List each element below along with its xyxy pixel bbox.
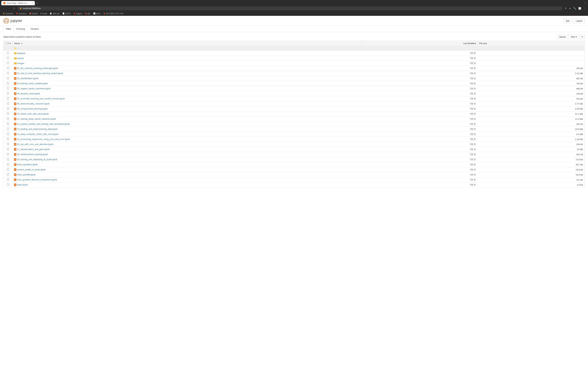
new-button[interactable]: New ▾ [569, 35, 579, 39]
notebook-link[interactable]: 15_processing_sequences_using_rnns_and_c… [17, 138, 70, 140]
tab-files[interactable]: Files [3, 26, 14, 32]
row-checkbox[interactable] [7, 138, 9, 140]
row-checkbox[interactable] [7, 108, 9, 110]
row-checkbox[interactable] [7, 67, 9, 69]
back-button[interactable]: ← [2, 7, 6, 10]
tab-overflow[interactable]: ∨ [584, 1, 587, 5]
tab-bar: Home Page - Select or create × + ∨ [0, 0, 588, 5]
extensions-icon[interactable]: 🔧 [573, 7, 577, 10]
row-checkbox[interactable] [7, 77, 9, 79]
name-column-header[interactable]: Name ▼ [12, 41, 361, 46]
tab-close-button[interactable]: × [32, 2, 33, 4]
tab-running[interactable]: Running [14, 26, 28, 32]
reload-button[interactable]: ↺ [12, 7, 16, 10]
notebook-link[interactable]: 06_decision_trees.ipynb [17, 92, 40, 95]
row-checkbox[interactable] [7, 82, 9, 84]
notebook-link[interactable]: 18_reinforcement_learning.ipynb [17, 153, 48, 156]
bookmark-zerohertz-2[interactable]: 🔖 Zerohertz [15, 12, 27, 15]
row-checkbox-cell [3, 71, 13, 76]
row-checkbox[interactable] [7, 153, 9, 155]
row-checkbox[interactable] [7, 52, 9, 54]
jupyter-logo: jupyter [3, 18, 22, 24]
notebook-link[interactable]: 04_training_linear_models.ipynb [17, 82, 47, 85]
row-checkbox[interactable] [7, 158, 9, 160]
notebook-link[interactable]: 14_deep_computer_vision_with_cnns.ipynb [17, 133, 58, 135]
row-checkbox[interactable] [7, 184, 9, 186]
notebook-link[interactable]: 11_training_deep_neural_networks.ipynb [17, 118, 56, 120]
tab-clusters[interactable]: Clusters [28, 26, 42, 32]
notebook-link[interactable]: extra_autodiff.ipynb [17, 173, 36, 176]
row-checkbox[interactable] [7, 72, 9, 74]
row-checkbox[interactable] [7, 123, 9, 125]
notebook-link[interactable]: 01_the_machine_learning_landscape.ipynb [17, 67, 58, 69]
modified-column-header[interactable]: Last Modified [361, 41, 478, 46]
row-checkbox[interactable] [7, 102, 9, 105]
notebook-link[interactable]: 03_classification.ipynb [17, 77, 38, 80]
bookmark-bk21[interactable]: 📊 BK21 [92, 12, 102, 15]
notebook-link[interactable]: 19_training_and_deploying_at_scale.ipynb [17, 158, 57, 161]
root-path-link[interactable]: / [18, 47, 19, 49]
bookmark-study[interactable]: 🔖 분석 엔엔 스터디 G조 [102, 12, 125, 15]
forward-button[interactable]: → [7, 7, 11, 10]
new-tab-button[interactable]: + [35, 1, 39, 5]
logout-button[interactable]: Logout [573, 19, 585, 23]
row-checkbox[interactable] [7, 178, 9, 181]
folder-link[interactable]: images [17, 62, 24, 64]
quit-button[interactable]: Quit [563, 19, 572, 23]
notebook-link[interactable]: extra_gradient_descent_comparison.ipynb [17, 178, 57, 181]
notebook-link[interactable]: 13_loading_and_preprocessing_data.ipynb [17, 128, 58, 130]
bookmark-icon[interactable]: ★ [568, 7, 572, 10]
window-icon[interactable]: ⬜ [578, 7, 582, 10]
row-checkbox[interactable] [7, 62, 9, 64]
folder-link[interactable]: datasets [17, 52, 25, 55]
row-checkbox[interactable] [7, 173, 9, 175]
row-checkbox[interactable] [7, 143, 9, 145]
select-dropdown-arrow[interactable]: ▾ [10, 42, 11, 45]
row-checkbox[interactable] [7, 128, 9, 130]
row-checkbox[interactable] [7, 118, 9, 120]
row-checkbox[interactable] [7, 97, 9, 100]
row-checkbox[interactable] [7, 163, 9, 165]
row-checkbox[interactable] [7, 87, 9, 89]
notebook-link[interactable]: 02_end_to_end_machine_learning_project.i… [17, 72, 63, 74]
notebook-link[interactable]: 08_dimensionality_reduction.ipynb [17, 102, 49, 105]
select-all-checkbox[interactable] [5, 42, 7, 45]
row-checkbox[interactable] [7, 113, 9, 115]
select-all-cell[interactable]: 0 ▾ [3, 41, 13, 46]
row-checkbox[interactable] [7, 92, 9, 94]
row-checkbox[interactable] [7, 148, 9, 150]
notebook-link[interactable]: 07_ensemble_learning_and_random_forests.… [17, 97, 65, 100]
upload-button[interactable]: Upload [557, 35, 568, 39]
row-checkbox[interactable] [7, 57, 9, 59]
more-icon[interactable]: ⋮ [583, 7, 586, 10]
notebook-link[interactable]: book_equations.ipynb [17, 163, 38, 166]
folder-link[interactable]: docker [17, 57, 24, 59]
url-bar[interactable]: 🔒 localhost:8888/tree [17, 6, 563, 10]
bookmark-github[interactable]: 🐙 GitHub [28, 12, 38, 15]
notebook-link[interactable]: index.ipynb [17, 184, 28, 186]
modified-cell: 7분 전 [361, 61, 478, 66]
file-name-cell: N03_classification.ipynb [12, 76, 361, 81]
filesize-cell: 295 kB [477, 66, 585, 71]
bookmark-kimbaksa[interactable]: 📑 김박사 [61, 12, 72, 15]
bookmark-etc[interactable]: 🔖 Etc. [84, 12, 92, 15]
notebook-link[interactable]: 05_support_vector_machines.ipynb [17, 87, 50, 90]
notebook-link[interactable]: 17_autoencoders_and_gans.ipynb [17, 148, 50, 150]
refresh-button[interactable]: ↻ [580, 35, 585, 39]
modified-cell: 7분 전 [361, 147, 478, 152]
notebook-link[interactable]: 16_nlp_with_rnns_and_attention.ipynb [17, 143, 54, 146]
active-tab[interactable]: Home Page - Select or create × [1, 1, 35, 5]
download-icon[interactable]: ⬇ [564, 7, 567, 10]
bookmark-gmail[interactable]: ✉ Gmail [39, 12, 48, 15]
notebook-link[interactable]: 09_unsupervised_learning.ipynb [17, 108, 47, 110]
bookmark-zerohertz-1[interactable]: ⚡ Zerohertz [2, 12, 14, 15]
filesize-column-header[interactable]: File size [477, 41, 585, 46]
bookmark-simlab[interactable]: 📋 SIM Lab. [49, 12, 61, 15]
notebook-link[interactable]: 12_custom_models_and_training_with_tenso… [17, 123, 70, 125]
notebook-link[interactable]: 10_neural_nets_with_keras.ipynb [17, 113, 49, 115]
row-checkbox[interactable] [7, 133, 9, 135]
table-row: Nbook_equations.ipynb7분 전48.7 kB [3, 162, 585, 167]
notebook-link[interactable]: custom_model_in_keras.ipynb [17, 168, 46, 171]
row-checkbox[interactable] [7, 168, 9, 170]
bookmark-papers[interactable]: 🔖 Papers [72, 12, 83, 15]
